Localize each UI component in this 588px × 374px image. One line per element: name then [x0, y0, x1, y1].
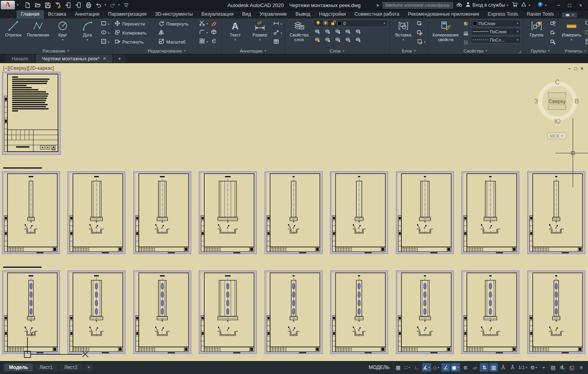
toggle-object-snap-tracking[interactable]: ∠: [441, 363, 450, 372]
edit-attributes-button[interactable]: ▼: [417, 38, 426, 46]
layer-freeze-icon[interactable]: [334, 29, 341, 36]
toggle-object-snap[interactable]: ▣▼: [451, 363, 460, 372]
object-color-select[interactable]: ПоСлою▼: [471, 20, 521, 27]
panel-label-modify[interactable]: Редактирование▼: [114, 47, 220, 54]
layer-isolate-icon[interactable]: [324, 29, 331, 36]
polyline-button[interactable]: Полилиния: [27, 20, 49, 37]
ribbon-tab-10[interactable]: Надстройки: [315, 10, 350, 18]
table-button[interactable]: [273, 38, 283, 46]
undo-button[interactable]: [94, 1, 103, 9]
new-file-button[interactable]: [23, 1, 32, 9]
layer-properties-button[interactable]: Свойства слоя: [287, 20, 311, 42]
toggle-graphics-performance[interactable]: ▤: [549, 363, 557, 372]
doc-close-button[interactable]: ×: [581, 66, 583, 71]
group-button[interactable]: Группа: [525, 20, 548, 37]
sheet-rail-row1-8[interactable]: [461, 171, 519, 254]
save-button[interactable]: [44, 1, 52, 9]
sheet-rail-row2-6[interactable]: [330, 271, 388, 354]
toggle-dynamic-ucs[interactable]: ⇅: [480, 363, 488, 372]
calculator-button[interactable]: [585, 38, 588, 46]
leader-button[interactable]: ▼: [273, 29, 283, 37]
array-button[interactable]: ▼: [199, 38, 211, 46]
ribbon-tab-3[interactable]: Аннотации: [71, 10, 103, 18]
new-drawing-tab-button[interactable]: +: [114, 54, 125, 63]
chevron-down-icon[interactable]: ▼: [118, 4, 120, 6]
sheet-rail-row1-6[interactable]: [330, 171, 388, 254]
toggle-grid-display[interactable]: ▦: [394, 363, 403, 372]
polyline-segment[interactable]: [3, 267, 42, 268]
create-block-button[interactable]: [417, 20, 426, 28]
toggle-workspace-switching[interactable]: ⚙▼: [529, 363, 539, 372]
layer-off-icon[interactable]: [314, 29, 321, 36]
dialog-launcher-icon[interactable]: [519, 51, 521, 53]
hatch-button[interactable]: ▼: [101, 38, 110, 46]
ribbon-tab-11[interactable]: Совместная работа: [350, 10, 403, 18]
ribbon-tab-6[interactable]: Визуализация: [197, 10, 238, 18]
arc-button[interactable]: Дуга▼: [76, 20, 99, 42]
scale-button[interactable]: Масштаб: [158, 38, 199, 46]
sheet-rail-row1-1[interactable]: [2, 171, 60, 254]
ribbon-tab-8[interactable]: Управление: [255, 10, 291, 18]
ellipse-button[interactable]: ▼: [101, 29, 110, 37]
sheet-rail-row1-4[interactable]: [199, 171, 257, 254]
model-space-viewport[interactable]: [−][Сверху][2D-каркас] − □ × С В Ю З Све…: [0, 63, 588, 361]
erase-button[interactable]: [211, 20, 220, 28]
doc-minimize-button[interactable]: −: [568, 66, 571, 71]
panel-label-utilities[interactable]: Утилиты▼: [560, 47, 588, 54]
ribbon-tab-7[interactable]: Вид: [238, 10, 256, 18]
minimize-button[interactable]: −: [554, 1, 564, 9]
layer-match-icon[interactable]: [355, 29, 362, 36]
viewport-controls-label[interactable]: [−][Сверху][2D-каркас]: [3, 65, 54, 71]
insert-block-button[interactable]: Вставка▼: [392, 20, 415, 42]
panel-label-layers[interactable]: Слои▼: [287, 47, 388, 54]
toggle-isometric-drafting[interactable]: ◇▼: [432, 363, 441, 372]
panel-label-properties[interactable]: Свойства▼: [430, 47, 521, 54]
group-selection-button[interactable]: [550, 38, 556, 46]
search-button[interactable]: [456, 2, 462, 9]
signin-button[interactable]: Вход в службы ▼: [465, 2, 509, 9]
panel-label-annotation[interactable]: Аннотации▼: [224, 47, 283, 54]
viewcube-east[interactable]: В: [575, 98, 579, 105]
help-search-input[interactable]: [383, 2, 453, 9]
sheet-rail-row1-7[interactable]: [396, 171, 454, 254]
help-button[interactable]: ?▼: [537, 2, 547, 9]
toggle-polar-tracking[interactable]: ∡▼: [422, 363, 432, 372]
edit-block-button[interactable]: [417, 29, 426, 37]
layer-on-icon[interactable]: [314, 37, 321, 44]
toggle-ortho-mode[interactable]: ∟: [413, 363, 421, 372]
autodesk-apps-button[interactable]: ▼: [521, 2, 531, 9]
linetype-icon[interactable]: [463, 40, 469, 47]
toggle-transparency[interactable]: ▱: [470, 363, 479, 372]
viewcube-south[interactable]: Ю: [554, 118, 561, 125]
panel-label-block[interactable]: Блок▼: [392, 47, 426, 54]
dim-linear-button[interactable]: ▼: [273, 20, 283, 28]
plot-button[interactable]: [84, 1, 93, 9]
rectangle-button[interactable]: ▼: [101, 20, 110, 28]
panel-label-groups[interactable]: Группы▼: [525, 47, 556, 54]
layer-thaw-icon[interactable]: [334, 37, 341, 44]
toggle-annotation-visibility[interactable]: Å: [499, 363, 507, 372]
explode-button[interactable]: [211, 29, 220, 37]
sheet-rail-row1-5[interactable]: [265, 171, 323, 254]
layer-unisolate-icon[interactable]: [324, 37, 331, 44]
ribbon-tab-14[interactable]: Raster Tools: [523, 10, 558, 18]
mirror-button[interactable]: [158, 29, 199, 37]
match-properties-button[interactable]: Копирование свойств: [430, 20, 461, 42]
layout-tab-1[interactable]: Модель: [4, 363, 33, 371]
ribbon-tab-1[interactable]: Главная: [16, 10, 44, 18]
ribbon-display-options[interactable]: ▼: [562, 13, 577, 18]
measure-button[interactable]: Измерить▼: [560, 20, 583, 42]
circle-button[interactable]: Круг▼: [51, 20, 74, 42]
sheet-rail-row1-2[interactable]: [67, 171, 125, 254]
color-wheel-icon[interactable]: [463, 21, 469, 28]
app-menu-button[interactable]: A ▼: [0, 0, 21, 10]
lineweight-select[interactable]: ПоСлою▼: [471, 28, 521, 35]
stretch-button[interactable]: Растянуть: [114, 38, 158, 46]
toggle-hardware-acceleration[interactable]: [558, 363, 567, 372]
sheet-rail-row2-4[interactable]: [199, 271, 257, 354]
toggle-clean-screen[interactable]: ◱: [568, 363, 576, 372]
group-edit-button[interactable]: [550, 29, 556, 37]
ribbon-tab-4[interactable]: Параметризация: [104, 10, 151, 18]
save-web-mobile-button[interactable]: [74, 1, 83, 9]
close-tab-icon[interactable]: ✕: [103, 56, 106, 61]
